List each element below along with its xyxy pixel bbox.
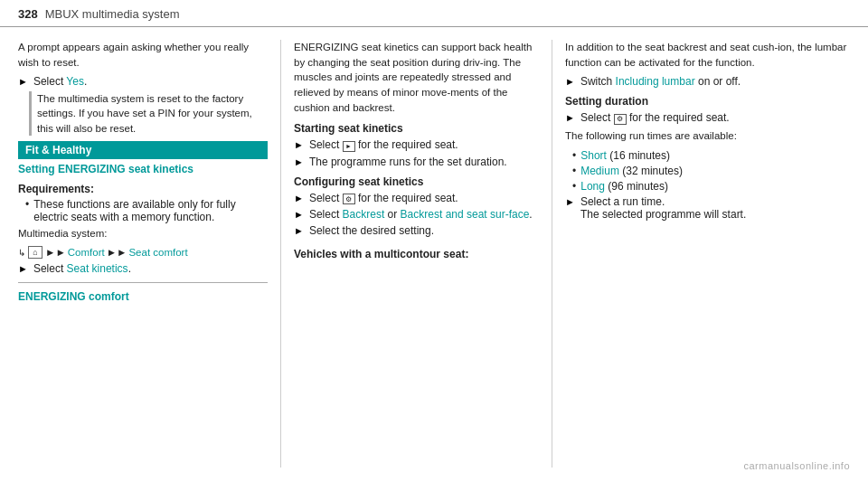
backrest-link[interactable]: Backrest: [343, 208, 385, 221]
col1-para1: A prompt appears again asking whether yo…: [18, 40, 268, 70]
mm-arrow1: ►►: [45, 247, 66, 258]
bullet-icon-4: •: [572, 180, 576, 193]
col1-arrow2-text: Select Seat kinetics.: [33, 262, 131, 275]
medium-item: • Medium (32 minutes): [565, 165, 850, 177]
short-link[interactable]: Short: [580, 149, 607, 162]
lumbar-link[interactable]: Including lumbar: [616, 75, 695, 88]
medium-link[interactable]: Medium: [580, 165, 619, 177]
col3-para1: In addition to the seat backrest and sea…: [565, 40, 850, 70]
col2-cfg-arrow2: ► Select Backrest or Backrest and seat s…: [294, 208, 539, 221]
col1-divider: [18, 282, 268, 283]
col2-cfg-arrow3-text: Select the desired setting.: [309, 224, 434, 237]
bullet-icon-2: •: [572, 149, 576, 162]
mm-arrow2: ►►: [107, 247, 127, 258]
home-icon: ⌂: [28, 246, 42, 259]
backrest-surface-link[interactable]: Backrest and seat sur-face: [401, 208, 530, 221]
arrow-icon-4: ►: [294, 156, 304, 167]
gear-icon-2: ⚙: [614, 114, 627, 125]
energizing-comfort-link[interactable]: ENERGIZING comfort: [18, 290, 129, 303]
long-item: • Long (96 minutes): [565, 180, 850, 193]
setting-duration-label: Setting duration: [565, 95, 850, 108]
col2-start-arrow2-text: The programme runs for the set duration.: [309, 156, 507, 168]
arrow-icon-8: ►: [565, 76, 575, 87]
col2-start-arrow1: ► Select ► for the required seat.: [294, 138, 539, 152]
col3-select-arrow: ► Select a run time. The selected progra…: [565, 195, 850, 221]
col1-arrow2: ► Select Seat kinetics.: [18, 262, 268, 275]
arrow-icon-3: ►: [294, 139, 304, 150]
page-title: MBUX multimedia system: [45, 7, 180, 21]
column-2: ENERGIZING seat kinetics can support bac…: [280, 40, 552, 468]
note-text: The multimedia system is reset to the fa…: [37, 93, 252, 133]
fit-healthy-header: Fit & Healthy: [18, 141, 268, 159]
short-item: • Short (16 minutes): [565, 149, 850, 162]
following-text: The following run times are available:: [565, 128, 850, 144]
arrow-icon-10: ►: [565, 196, 575, 207]
starting-kinetics-label: Starting seat kinetics: [294, 122, 539, 135]
requirements-label: Requirements:: [18, 183, 268, 195]
col1-arrow1-text: Select Yes.: [33, 75, 87, 88]
col2-cfg-arrow1-text: Select ⚙ for the required seat.: [309, 192, 458, 205]
arrow-icon-1: ►: [18, 76, 28, 87]
column-3: In addition to the seat backrest and sea…: [552, 40, 850, 468]
arrow-icon-7: ►: [294, 225, 304, 236]
bullet-icon-3: •: [572, 165, 576, 177]
col2-cfg-arrow2-text: Select Backrest or Backrest and seat sur…: [309, 208, 533, 221]
seat-kinetics-link[interactable]: Seat kinetics: [67, 262, 128, 275]
col3-arrow1: ► Switch Including lumbar on or off.: [565, 75, 850, 88]
multimedia-label: Multimedia system:: [18, 226, 268, 241]
page-number: 328: [18, 7, 38, 21]
col2-cfg-arrow1: ► Select ⚙ for the required seat.: [294, 192, 539, 205]
arrow-icon-6: ►: [294, 209, 304, 220]
column-1: A prompt appears again asking whether yo…: [18, 40, 280, 468]
req-bullet-text: These functions are available only for f…: [33, 198, 268, 223]
col2-cfg-arrow3: ► Select the desired setting.: [294, 224, 539, 237]
bullet-icon: •: [25, 198, 29, 211]
configuring-kinetics-label: Configuring seat kinetics: [294, 175, 539, 188]
medium-text: Medium (32 minutes): [580, 165, 683, 177]
col3-dur-arrow1: ► Select ⚙ for the required seat.: [565, 111, 850, 125]
col2-start-arrow2: ► The programme runs for the set duratio…: [294, 156, 539, 168]
col3-arrow1-text: Switch Including lumbar on or off.: [580, 75, 741, 88]
short-text: Short (16 minutes): [580, 149, 670, 162]
long-link[interactable]: Long: [580, 180, 605, 193]
col3-select-text: Select a run time. The selected programm…: [580, 195, 746, 221]
arrow-icon-9: ►: [565, 112, 575, 123]
content-area: A prompt appears again asking whether yo…: [0, 27, 868, 477]
play-icon: ►: [343, 141, 355, 152]
seat-comfort-link[interactable]: Seat comfort: [128, 247, 187, 258]
req-bullet-item: • These functions are available only for…: [18, 198, 268, 223]
col1-arrow1: ► Select Yes.: [18, 75, 268, 88]
setting-energizing-header: Setting ENERGIZING seat kinetics: [18, 163, 268, 175]
gear-icon-1: ⚙: [343, 194, 355, 204]
col2-para1: ENERGIZING seat kinetics can support bac…: [294, 40, 539, 115]
yes-link: Yes: [66, 75, 84, 88]
arrow-icon-5: ►: [294, 193, 304, 203]
col2-start-arrow1-text: Select ► for the required seat.: [309, 138, 458, 152]
arrow-icon-2: ►: [18, 263, 28, 274]
multicontour-label: Vehicles with a multicontour seat:: [294, 248, 539, 260]
long-text: Long (96 minutes): [580, 180, 668, 193]
mm-arrow-icon: ↳: [18, 248, 25, 258]
page-header: 328 MBUX multimedia system: [0, 0, 868, 27]
comfort-link[interactable]: Comfort: [68, 247, 105, 258]
watermark: carmanualsonline.info: [743, 460, 850, 471]
note-bar: The multimedia system is reset to the fa…: [29, 91, 268, 135]
col3-dur-arrow1-text: Select ⚙ for the required seat.: [580, 111, 730, 125]
multimedia-path: ↳ ⌂ ►► Comfort ►► Seat comfort: [18, 246, 268, 259]
